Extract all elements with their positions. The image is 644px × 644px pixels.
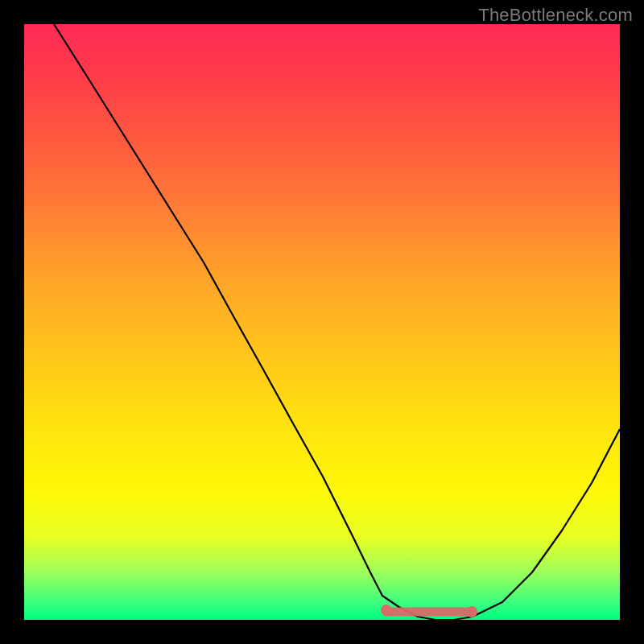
chart-frame: TheBottleneck.com (0, 0, 644, 644)
watermark-text: TheBottleneck.com (478, 5, 633, 26)
minimum-marker (381, 605, 477, 617)
bottleneck-curve (24, 24, 620, 620)
curve-path (54, 24, 620, 620)
min-dot-right (466, 606, 477, 617)
plot-area (24, 24, 620, 620)
min-dot-left (381, 605, 392, 616)
